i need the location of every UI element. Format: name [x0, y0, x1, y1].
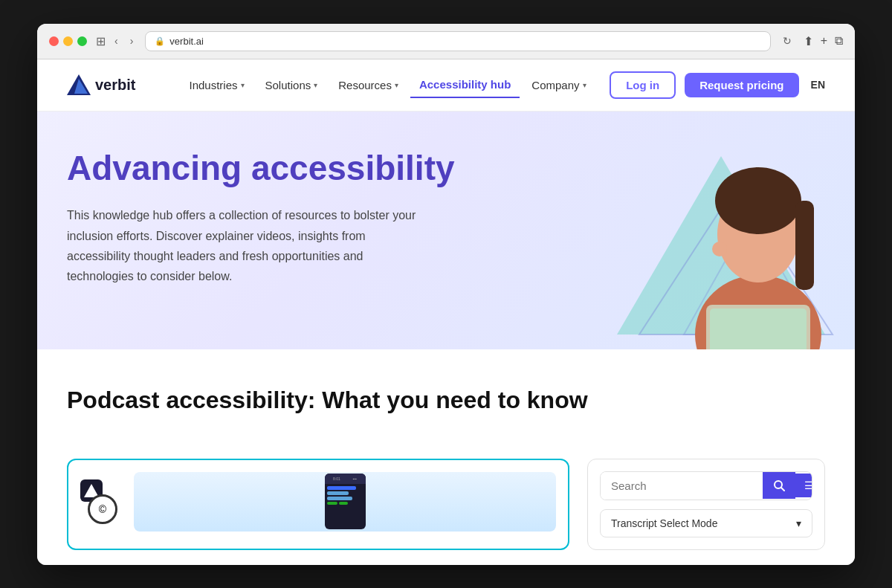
phone-content [325, 484, 366, 507]
hero-section: Advancing accessibility This knowledge h… [37, 112, 855, 349]
search-bar[interactable]: ☰ ⊟ [600, 471, 812, 500]
reload-button[interactable]: ↻ [780, 33, 795, 48]
phone-screen: 8:01 ▪▪▪ [325, 474, 366, 529]
nav-label-resources: Resources [338, 79, 392, 91]
chevron-down-icon: ▾ [314, 81, 317, 89]
hero-title: Advancing accessibility [67, 149, 455, 188]
website-content: verbit Industries ▾ Solutions ▾ Resource… [37, 59, 855, 565]
nav-label-company: Company [531, 79, 579, 91]
view-list-button[interactable]: ☰ [795, 474, 812, 497]
chevron-down-icon: ▾ [241, 81, 245, 89]
phone-mockup: 8:01 ▪▪▪ [134, 472, 556, 532]
svg-point-8 [715, 167, 801, 234]
new-tab-button[interactable]: + [821, 34, 827, 48]
nav-actions: Log in Request pricing EN [610, 71, 825, 99]
lock-icon: 🔒 [155, 36, 165, 46]
chevron-down-icon: ▾ [583, 81, 586, 89]
nav-item-accessibility-hub[interactable]: Accessibility hub [410, 72, 520, 98]
back-button[interactable]: ‹ [112, 33, 121, 48]
logo-text: verbit [95, 77, 135, 94]
nav-item-resources[interactable]: Resources ▾ [329, 73, 407, 97]
person-svg [662, 119, 855, 349]
transcript-mode-dropdown[interactable]: Transcript Select Mode ▾ [600, 509, 812, 537]
svg-point-12 [712, 242, 727, 256]
podcast-icon-wrap: © [80, 479, 125, 524]
chevron-down-icon: ▾ [395, 81, 398, 89]
request-pricing-button[interactable]: Request pricing [685, 73, 798, 97]
hero-description: This knowledge hub offers a collection o… [67, 205, 431, 286]
phone-bar-3 [327, 497, 352, 500]
main-navigation: verbit Industries ▾ Solutions ▾ Resource… [37, 59, 855, 112]
hero-content: Advancing accessibility This knowledge h… [67, 149, 455, 324]
search-card: ☰ ⊟ Transcript Select Mode ▾ [587, 459, 825, 550]
url-text: verbit.ai [169, 36, 204, 47]
cards-row: © 8:01 ▪▪▪ [37, 459, 855, 565]
section-title: Podcast accessibility: What you need to … [67, 387, 825, 414]
traffic-light-red[interactable] [49, 36, 59, 46]
transcript-mode-label: Transcript Select Mode [611, 517, 717, 529]
nav-item-solutions[interactable]: Solutions ▾ [256, 73, 327, 97]
nav-item-company[interactable]: Company ▾ [523, 73, 595, 97]
nav-item-industries[interactable]: Industries ▾ [180, 73, 253, 97]
nav-label-industries: Industries [189, 79, 237, 91]
hero-image-area [587, 112, 855, 349]
forward-button[interactable]: › [127, 33, 137, 48]
phone-signal: ▪▪▪ [353, 476, 357, 481]
podcast-card[interactable]: © 8:01 ▪▪▪ [67, 459, 569, 550]
sidebar-toggle-button[interactable]: ⊞ [96, 34, 106, 48]
tab-overview-button[interactable]: ⧉ [835, 34, 843, 48]
browser-nav-controls: ⊞ ‹ › [96, 33, 136, 48]
phone-bar-2 [327, 491, 349, 495]
logo-link[interactable]: verbit [67, 74, 135, 95]
traffic-lights [49, 36, 87, 46]
content-section: Podcast accessibility: What you need to … [37, 349, 855, 459]
phone-header: 8:01 ▪▪▪ [325, 474, 366, 484]
podcast-circle-icon: © [88, 494, 117, 524]
login-button[interactable]: Log in [610, 71, 676, 99]
browser-chrome: ⊞ ‹ › 🔒 verbit.ai ↻ ⬆ + ⧉ [37, 24, 855, 59]
svg-rect-9 [795, 201, 814, 290]
phone-bar-1 [327, 486, 356, 490]
search-input[interactable] [601, 472, 763, 500]
podcast-preview: 8:01 ▪▪▪ [134, 472, 556, 532]
nav-label-solutions: Solutions [265, 79, 311, 91]
hero-person-image [662, 119, 855, 349]
traffic-light-green[interactable] [77, 36, 87, 46]
nav-label-accessibility-hub: Accessibility hub [419, 78, 511, 91]
svg-line-15 [781, 488, 784, 491]
language-selector[interactable]: EN [811, 79, 825, 91]
traffic-light-yellow[interactable] [63, 36, 73, 46]
address-bar[interactable]: 🔒 verbit.ai [145, 31, 770, 51]
svg-rect-11 [710, 308, 807, 349]
browser-action-buttons: ⬆ + ⧉ [804, 34, 843, 48]
search-icon [773, 479, 785, 491]
browser-window: ⊞ ‹ › 🔒 verbit.ai ↻ ⬆ + ⧉ verbit [37, 24, 855, 565]
nav-links: Industries ▾ Solutions ▾ Resources ▾ Acc… [180, 72, 610, 98]
share-button[interactable]: ⬆ [804, 34, 813, 48]
podcast-card-inner: © 8:01 ▪▪▪ [68, 460, 568, 543]
search-button[interactable] [763, 472, 795, 499]
phone-time: 8:01 [333, 476, 340, 481]
verbit-logo-icon [67, 74, 91, 95]
chevron-down-icon: ▾ [796, 517, 801, 529]
